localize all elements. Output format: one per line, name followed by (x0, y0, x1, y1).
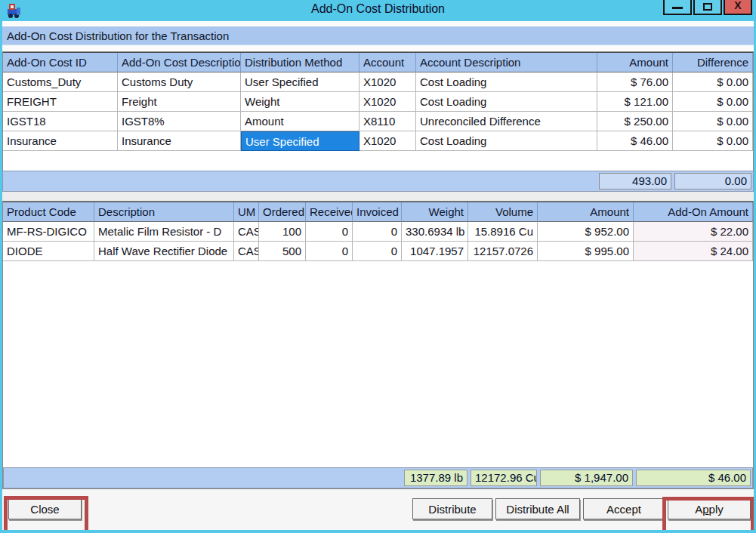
table-cell[interactable]: 500 (259, 242, 306, 261)
distribute-all-button[interactable]: Distribute All (495, 498, 580, 519)
banner: Add-On Cost Distribution for the Transac… (2, 25, 754, 45)
table-cell[interactable]: 0 (353, 242, 402, 261)
product-table-body: MF-RS-DIGICOMetalic Film Resistor - DCAS… (3, 222, 753, 261)
section-divider (2, 192, 754, 201)
table-cell[interactable]: User Specified (241, 131, 359, 151)
table-cell[interactable]: $ 0.00 (673, 72, 753, 92)
maximize-button[interactable] (693, 0, 722, 15)
table-cell[interactable]: Cost Loading (416, 92, 597, 112)
product-total-volume: 12172.96 Cu (471, 470, 537, 486)
annotation-rect-close (4, 496, 88, 533)
cost-table-header: Add-On Cost ID Add-On Cost Description D… (3, 52, 753, 72)
table-cell[interactable]: Cost Loading (416, 131, 597, 151)
table-cell[interactable]: IGST18 (3, 112, 118, 131)
table-cell[interactable]: $ 250.00 (597, 112, 673, 131)
col-header-description[interactable]: Description (94, 202, 234, 222)
col-header-amount[interactable]: Amount (597, 53, 673, 72)
table-cell[interactable]: 1047.1957 (402, 242, 468, 261)
table-cell[interactable]: X8110 (359, 112, 416, 131)
cost-total-difference: 0.00 (674, 173, 751, 189)
table-row: MF-RS-DIGICOMetalic Film Resistor - DCAS… (3, 222, 753, 242)
table-cell[interactable]: X1020 (359, 72, 416, 92)
table-cell[interactable]: FREIGHT (3, 92, 118, 112)
table-cell[interactable]: $ 0.00 (673, 112, 753, 131)
table-cell[interactable]: $ 995.00 (538, 242, 634, 261)
product-total-addon-amount: $ 46.00 (636, 470, 751, 486)
table-row: DIODEHalf Wave Rectifier DiodeCAS5000010… (3, 242, 753, 261)
table-cell[interactable]: $ 22.00 (634, 222, 753, 242)
col-header-um[interactable]: UM (234, 202, 259, 222)
table-cell[interactable]: CAS (234, 242, 259, 261)
table-cell[interactable]: 15.8916 Cu (468, 222, 538, 242)
table-cell[interactable]: Cost Loading (416, 72, 597, 92)
col-header-weight[interactable]: Weight (402, 202, 468, 222)
window-title: Add-On Cost Distribution (2, 2, 754, 16)
col-header-amount2[interactable]: Amount (538, 202, 634, 222)
minimize-button[interactable] (663, 0, 692, 15)
table-cell[interactable]: $ 24.00 (634, 242, 753, 261)
col-header-invoiced[interactable]: Invoiced (353, 202, 402, 222)
table-cell[interactable]: Insurance (3, 131, 118, 151)
table-cell[interactable]: Customs Duty (118, 72, 241, 92)
table-cell[interactable]: X1020 (359, 92, 416, 112)
table-cell[interactable]: DIODE (3, 242, 94, 261)
col-header-addon-amount[interactable]: Add-On Amount (634, 202, 753, 222)
table-cell[interactable]: 12157.0726 (468, 242, 538, 261)
col-header-account[interactable]: Account (359, 53, 416, 72)
table-cell[interactable]: $ 46.00 (597, 131, 673, 151)
col-header-addon-cost-id[interactable]: Add-On Cost ID (3, 53, 118, 72)
table-cell[interactable]: $ 0.00 (673, 131, 753, 151)
table-row: FREIGHTFreightWeightX1020Cost Loading$ 1… (3, 92, 753, 112)
product-total-amount: $ 1,947.00 (540, 470, 633, 486)
table-cell[interactable]: $ 121.00 (597, 92, 673, 112)
table-cell[interactable]: 0 (353, 222, 402, 242)
col-header-ordered[interactable]: Ordered (259, 202, 306, 222)
table-cell[interactable]: Customs_Duty (3, 72, 118, 92)
table-cell[interactable]: Freight (118, 92, 241, 112)
table-cell[interactable]: Insurance (118, 131, 241, 151)
col-header-product-code[interactable]: Product Code (3, 202, 94, 222)
cost-table-body: Customs_DutyCustoms DutyUser SpecifiedX1… (3, 72, 753, 151)
table-cell[interactable]: Metalic Film Resistor - D (94, 222, 234, 242)
col-header-addon-cost-description[interactable]: Add-On Cost Description (118, 53, 241, 72)
col-header-distribution-method[interactable]: Distribution Method (241, 53, 359, 72)
table-cell[interactable]: Half Wave Rectifier Diode (94, 242, 234, 261)
table-cell[interactable]: IGST8% (118, 112, 241, 131)
table-row: Customs_DutyCustoms DutyUser SpecifiedX1… (3, 72, 753, 92)
table-cell[interactable]: CAS (234, 222, 259, 242)
product-table: Product Code Description UM Ordered Rece… (2, 201, 754, 489)
table-cell[interactable]: User Specified (241, 72, 359, 92)
table-cell[interactable]: 100 (259, 222, 306, 242)
window-controls: X (663, 0, 752, 15)
dialog-window: Add-On Cost Distribution X Add-On Cost D… (0, 0, 756, 533)
table-row: IGST18IGST8%AmountX8110Unreconciled Diff… (3, 112, 753, 131)
close-window-button[interactable]: X (724, 0, 752, 15)
table-cell[interactable]: 0 (306, 242, 353, 261)
cost-total-amount: 493.00 (599, 173, 671, 189)
table-cell[interactable]: Amount (241, 112, 359, 131)
product-table-header: Product Code Description UM Ordered Rece… (3, 202, 753, 222)
table-cell[interactable]: Weight (241, 92, 359, 112)
product-table-empty-space (3, 261, 753, 467)
table-cell[interactable]: 330.6934 lb (402, 222, 468, 242)
table-cell[interactable]: $ 76.00 (597, 72, 673, 92)
cost-table: Add-On Cost ID Add-On Cost Description D… (2, 51, 754, 171)
col-header-account-description[interactable]: Account Description (416, 53, 597, 72)
table-cell[interactable]: MF-RS-DIGICO (3, 222, 94, 242)
annotation-rect-apply (662, 497, 754, 533)
col-header-volume[interactable]: Volume (468, 202, 538, 222)
col-header-received[interactable]: Received (306, 202, 353, 222)
table-cell[interactable]: 0 (306, 222, 353, 242)
table-cell[interactable]: Unreconciled Difference (416, 112, 597, 131)
cost-table-empty-space (3, 151, 753, 171)
table-row: InsuranceInsuranceUser SpecifiedX1020Cos… (3, 131, 753, 151)
table-cell[interactable]: $ 0.00 (673, 92, 753, 112)
maximize-icon (703, 3, 712, 11)
accept-button[interactable]: Accept (583, 498, 665, 519)
table-cell[interactable]: $ 952.00 (538, 222, 634, 242)
table-cell[interactable]: X1020 (359, 131, 416, 151)
distribute-button[interactable]: Distribute (412, 498, 492, 519)
col-header-difference[interactable]: Difference (673, 53, 753, 72)
titlebar: Add-On Cost Distribution X (2, 0, 754, 21)
cost-totals-bar: 493.00 0.00 (2, 171, 754, 192)
